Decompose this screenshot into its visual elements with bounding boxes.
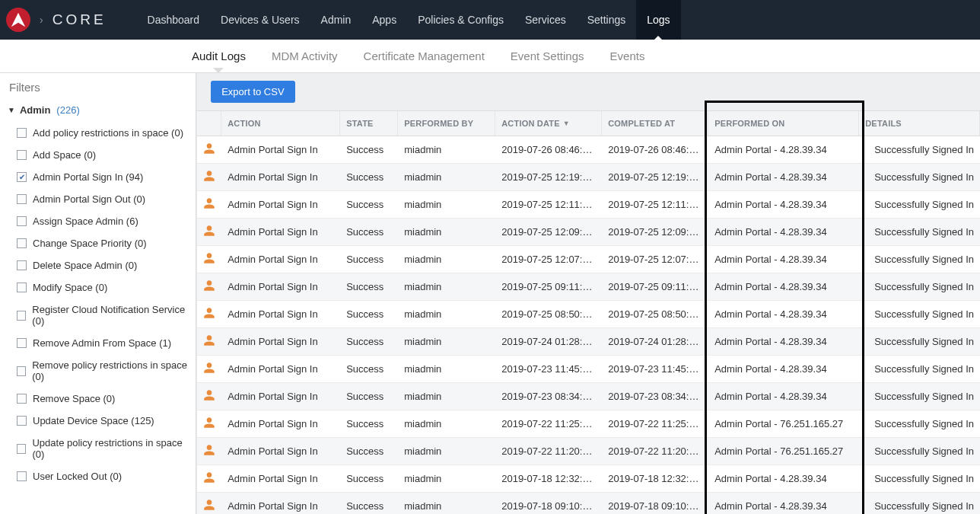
cell-action: Admin Portal Sign In [221, 246, 340, 273]
checkbox-icon[interactable]: ✔ [17, 172, 27, 182]
filter-group-admin[interactable]: ▼ Admin (226) [8, 104, 189, 116]
filters-title: Filters [9, 81, 189, 94]
table-row[interactable]: Admin Portal Sign InSuccessmiadmin2019-0… [197, 219, 980, 246]
cell-action-date: 2019-07-23 08:34:38... [495, 383, 602, 410]
checkbox-icon[interactable] [17, 366, 26, 376]
filters-sidebar: Filters ▼ Admin (226) Add policy restric… [0, 73, 196, 514]
checkbox-icon[interactable] [17, 260, 27, 270]
checkbox-icon[interactable] [17, 194, 27, 204]
table-row[interactable]: Admin Portal Sign InSuccessmiadmin2019-0… [197, 410, 980, 438]
subnav-item-certificate-management[interactable]: Certificate Management [362, 49, 486, 62]
col-header-action-date[interactable]: Action Date ▼ [495, 111, 602, 136]
table-row[interactable]: Admin Portal Sign InSuccessmiadmin2019-0… [197, 273, 980, 301]
filter-item[interactable]: User Locked Out (0) [8, 465, 189, 487]
filter-item[interactable]: Assign Space Admin (6) [8, 210, 189, 232]
caret-down-icon: ▼ [8, 106, 15, 114]
table-row[interactable]: Admin Portal Sign InSuccessmiadmin2019-0… [197, 164, 980, 191]
filter-item[interactable]: Register Cloud Notification Service (0) [8, 299, 189, 332]
topnav-item-devices-users[interactable]: Devices & Users [210, 0, 310, 40]
product-name: CORE [52, 11, 107, 28]
subnav-item-mdm-activity[interactable]: MDM Activity [270, 49, 339, 62]
table-row[interactable]: Admin Portal Sign InSuccessmiadmin2019-0… [197, 438, 980, 465]
col-header-icon[interactable] [197, 111, 221, 136]
cell-completed-at: 2019-07-23 11:45:17... [602, 356, 708, 382]
subnav-item-events[interactable]: Events [609, 49, 647, 62]
table-row[interactable]: Admin Portal Sign InSuccessmiadmin2019-0… [197, 246, 980, 273]
checkbox-icon[interactable] [17, 128, 27, 138]
cell-state: Success [340, 136, 398, 163]
user-icon [197, 356, 221, 382]
filter-item[interactable]: Update Device Space (125) [8, 410, 189, 432]
filter-item[interactable]: Update policy restrictions in space (0) [8, 432, 189, 465]
topnav-item-services[interactable]: Services [514, 0, 577, 40]
cell-details: Successfully Signed In [859, 493, 980, 514]
checkbox-icon[interactable] [17, 338, 27, 348]
cell-performed-by: miadmin [398, 136, 495, 163]
filter-item[interactable]: Admin Portal Sign Out (0) [8, 188, 189, 210]
user-icon [197, 439, 221, 464]
filter-item[interactable]: Remove Space (0) [8, 388, 189, 410]
table-row[interactable]: Admin Portal Sign InSuccessmiadmin2019-0… [197, 191, 980, 219]
cell-action: Admin Portal Sign In [221, 328, 340, 355]
col-header-details[interactable]: Details [859, 111, 980, 136]
cell-performed-on: Admin Portal - 4.28.39.34 [708, 219, 859, 245]
filter-item[interactable]: Change Space Priority (0) [8, 232, 189, 254]
checkbox-icon[interactable] [17, 283, 27, 292]
filter-item[interactable]: Remove Admin From Space (1) [8, 332, 189, 354]
cell-action: Admin Portal Sign In [221, 136, 340, 163]
checkbox-icon[interactable] [17, 471, 27, 481]
filter-item[interactable]: Add Space (0) [8, 144, 189, 166]
table-row[interactable]: Admin Portal Sign InSuccessmiadmin2019-0… [197, 356, 980, 383]
table-row[interactable]: Admin Portal Sign InSuccessmiadmin2019-0… [197, 136, 980, 164]
table-row[interactable]: Admin Portal Sign InSuccessmiadmin2019-0… [197, 465, 980, 493]
topnav-item-apps[interactable]: Apps [361, 0, 407, 40]
filter-item[interactable]: Modify Space (0) [8, 276, 189, 299]
checkbox-icon[interactable] [17, 416, 27, 426]
cell-action: Admin Portal Sign In [221, 465, 340, 492]
subnav-item-audit-logs[interactable]: Audit Logs [190, 49, 247, 62]
cell-completed-at: 2019-07-25 12:09:35... [602, 219, 708, 245]
cell-performed-on: Admin Portal - 4.28.39.34 [708, 465, 859, 492]
col-header-action[interactable]: Action [221, 111, 340, 136]
cell-performed-by: miadmin [398, 164, 495, 190]
subnav-item-event-settings[interactable]: Event Settings [509, 49, 586, 62]
checkbox-icon[interactable] [17, 311, 26, 321]
cell-state: Success [340, 465, 398, 492]
topnav-item-policies-configs[interactable]: Policies & Configs [407, 0, 514, 40]
filter-item[interactable]: ✔Admin Portal Sign In (94) [8, 166, 189, 188]
cell-action-date: 2019-07-25 12:19:48... [495, 164, 602, 190]
topnav-item-settings[interactable]: Settings [577, 0, 637, 40]
filter-item[interactable]: Add policy restrictions in space (0) [8, 122, 189, 144]
col-header-completed-at[interactable]: Completed At [602, 111, 708, 136]
topnav-item-dashboard[interactable]: Dashboard [137, 0, 211, 40]
topnav-item-admin[interactable]: Admin [310, 0, 362, 40]
filter-item[interactable]: Remove policy restrictions in space (0) [8, 354, 189, 388]
cell-details: Successfully Signed In [859, 465, 980, 492]
topnav-item-logs[interactable]: Logs [636, 0, 680, 40]
cell-action-date: 2019-07-22 11:25:40... [495, 410, 602, 437]
table-row[interactable]: Admin Portal Sign InSuccessmiadmin2019-0… [197, 328, 980, 356]
col-header-performed-by[interactable]: Performed By [398, 111, 495, 136]
cell-state: Success [340, 219, 398, 245]
checkbox-icon[interactable] [17, 238, 27, 248]
sub-nav: Audit LogsMDM ActivityCertificate Manage… [0, 40, 980, 73]
cell-state: Success [340, 438, 398, 465]
checkbox-icon[interactable] [17, 150, 27, 160]
checkbox-icon[interactable] [17, 394, 27, 404]
cell-action-date: 2019-07-18 09:10:53... [495, 493, 602, 514]
checkbox-icon[interactable] [17, 216, 27, 226]
table-row[interactable]: Admin Portal Sign InSuccessmiadmin2019-0… [197, 301, 980, 328]
audit-log-grid: Action State Performed By Action Date ▼ … [197, 111, 980, 514]
user-icon [197, 384, 221, 409]
table-row[interactable]: Admin Portal Sign InSuccessmiadmin2019-0… [197, 383, 980, 410]
user-icon [197, 411, 221, 436]
cell-details: Successfully Signed In [859, 301, 980, 327]
checkbox-icon[interactable] [17, 444, 26, 454]
cell-completed-at: 2019-07-24 01:28:52... [602, 328, 708, 355]
export-csv-button[interactable]: Export to CSV [211, 81, 294, 103]
col-header-performed-on[interactable]: Performed On [708, 111, 859, 136]
col-header-state[interactable]: State [340, 111, 398, 136]
filter-item[interactable]: Delete Space Admin (0) [8, 254, 189, 276]
user-icon [197, 219, 221, 244]
table-row[interactable]: Admin Portal Sign InSuccessmiadmin2019-0… [197, 493, 980, 514]
